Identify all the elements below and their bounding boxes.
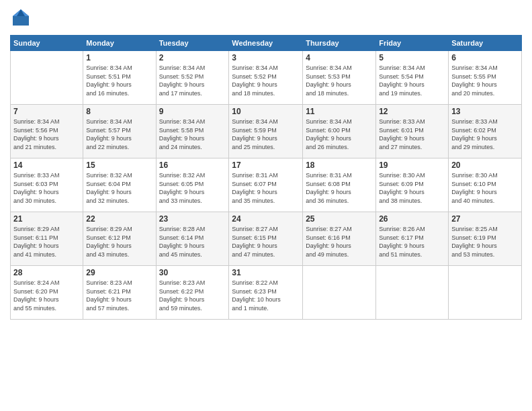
day-info: Sunrise: 8:26 AM Sunset: 6:17 PM Dayligh… (379, 225, 445, 259)
calendar-cell: 17Sunrise: 8:31 AM Sunset: 6:07 PM Dayli… (229, 158, 303, 212)
calendar-cell: 2Sunrise: 8:34 AM Sunset: 5:52 PM Daylig… (156, 51, 229, 105)
weekday-header: Sunday (11, 36, 83, 51)
logo (10, 7, 34, 31)
weekday-header: Friday (376, 36, 449, 51)
calendar-cell: 13Sunrise: 8:33 AM Sunset: 6:02 PM Dayli… (449, 105, 522, 158)
day-info: Sunrise: 8:23 AM Sunset: 6:22 PM Dayligh… (159, 279, 226, 312)
page: SundayMondayTuesdayWednesdayThursdayFrid… (0, 0, 532, 411)
calendar-cell: 9Sunrise: 8:34 AM Sunset: 5:58 PM Daylig… (156, 105, 229, 158)
day-number: 9 (159, 107, 226, 116)
calendar-week-row: 1Sunrise: 8:34 AM Sunset: 5:51 PM Daylig… (11, 51, 522, 105)
calendar-cell: 18Sunrise: 8:31 AM Sunset: 6:08 PM Dayli… (303, 158, 376, 212)
calendar-cell: 23Sunrise: 8:28 AM Sunset: 6:14 PM Dayli… (156, 212, 229, 266)
calendar-cell: 29Sunrise: 8:23 AM Sunset: 6:21 PM Dayli… (83, 266, 156, 320)
calendar-cell: 30Sunrise: 8:23 AM Sunset: 6:22 PM Dayli… (156, 266, 229, 320)
day-number: 16 (159, 161, 226, 170)
calendar-cell (11, 51, 83, 105)
day-number: 5 (379, 53, 445, 62)
day-number: 23 (159, 214, 226, 224)
day-number: 12 (379, 107, 445, 116)
day-info: Sunrise: 8:27 AM Sunset: 6:16 PM Dayligh… (306, 225, 373, 259)
day-info: Sunrise: 8:33 AM Sunset: 6:03 PM Dayligh… (13, 171, 80, 205)
calendar-cell: 8Sunrise: 8:34 AM Sunset: 5:57 PM Daylig… (83, 105, 156, 158)
day-info: Sunrise: 8:33 AM Sunset: 6:02 PM Dayligh… (451, 118, 519, 151)
day-info: Sunrise: 8:27 AM Sunset: 6:15 PM Dayligh… (232, 225, 300, 259)
day-number: 7 (13, 107, 80, 116)
header-row: SundayMondayTuesdayWednesdayThursdayFrid… (11, 36, 522, 51)
weekday-header: Thursday (303, 36, 376, 51)
weekday-header: Monday (83, 36, 156, 51)
calendar-cell: 7Sunrise: 8:34 AM Sunset: 5:56 PM Daylig… (11, 105, 83, 158)
calendar-cell: 27Sunrise: 8:25 AM Sunset: 6:19 PM Dayli… (449, 212, 522, 266)
calendar-cell (376, 266, 449, 320)
day-info: Sunrise: 8:30 AM Sunset: 6:09 PM Dayligh… (379, 171, 445, 205)
calendar-cell: 28Sunrise: 8:24 AM Sunset: 6:20 PM Dayli… (11, 266, 83, 320)
day-info: Sunrise: 8:34 AM Sunset: 5:54 PM Dayligh… (379, 64, 445, 97)
day-info: Sunrise: 8:34 AM Sunset: 5:56 PM Dayligh… (13, 118, 80, 151)
calendar-cell: 3Sunrise: 8:34 AM Sunset: 5:52 PM Daylig… (229, 51, 303, 105)
day-number: 21 (13, 214, 80, 224)
calendar-cell: 25Sunrise: 8:27 AM Sunset: 6:16 PM Dayli… (303, 212, 376, 266)
calendar-week-row: 21Sunrise: 8:29 AM Sunset: 6:11 PM Dayli… (11, 212, 522, 266)
weekday-header: Tuesday (156, 36, 229, 51)
calendar-cell: 19Sunrise: 8:30 AM Sunset: 6:09 PM Dayli… (376, 158, 449, 212)
day-info: Sunrise: 8:32 AM Sunset: 6:04 PM Dayligh… (86, 171, 152, 205)
calendar-cell: 22Sunrise: 8:29 AM Sunset: 6:12 PM Dayli… (83, 212, 156, 266)
calendar-week-row: 14Sunrise: 8:33 AM Sunset: 6:03 PM Dayli… (11, 158, 522, 212)
day-info: Sunrise: 8:34 AM Sunset: 5:52 PM Dayligh… (159, 64, 226, 97)
day-info: Sunrise: 8:33 AM Sunset: 6:01 PM Dayligh… (379, 118, 445, 151)
day-number: 19 (379, 161, 445, 170)
calendar-week-row: 7Sunrise: 8:34 AM Sunset: 5:56 PM Daylig… (11, 105, 522, 158)
day-info: Sunrise: 8:31 AM Sunset: 6:08 PM Dayligh… (306, 171, 373, 205)
day-info: Sunrise: 8:34 AM Sunset: 6:00 PM Dayligh… (306, 118, 373, 151)
day-info: Sunrise: 8:25 AM Sunset: 6:19 PM Dayligh… (451, 225, 519, 259)
calendar-cell: 21Sunrise: 8:29 AM Sunset: 6:11 PM Dayli… (11, 212, 83, 266)
day-info: Sunrise: 8:34 AM Sunset: 5:52 PM Dayligh… (232, 64, 300, 97)
calendar-cell: 12Sunrise: 8:33 AM Sunset: 6:01 PM Dayli… (376, 105, 449, 158)
day-info: Sunrise: 8:34 AM Sunset: 5:53 PM Dayligh… (306, 64, 373, 97)
calendar-table: SundayMondayTuesdayWednesdayThursdayFrid… (10, 35, 522, 320)
day-number: 13 (451, 107, 519, 116)
day-number: 4 (306, 53, 373, 62)
day-number: 20 (451, 161, 519, 170)
day-number: 1 (86, 53, 152, 62)
calendar-cell: 11Sunrise: 8:34 AM Sunset: 6:00 PM Dayli… (303, 105, 376, 158)
day-info: Sunrise: 8:30 AM Sunset: 6:10 PM Dayligh… (451, 171, 519, 205)
day-info: Sunrise: 8:32 AM Sunset: 6:05 PM Dayligh… (159, 171, 226, 205)
day-number: 18 (306, 161, 373, 170)
day-number: 26 (379, 214, 445, 224)
day-number: 28 (13, 268, 80, 277)
calendar-cell: 10Sunrise: 8:34 AM Sunset: 5:59 PM Dayli… (229, 105, 303, 158)
calendar-cell: 6Sunrise: 8:34 AM Sunset: 5:55 PM Daylig… (449, 51, 522, 105)
calendar-cell: 5Sunrise: 8:34 AM Sunset: 5:54 PM Daylig… (376, 51, 449, 105)
day-info: Sunrise: 8:29 AM Sunset: 6:11 PM Dayligh… (13, 225, 80, 259)
day-info: Sunrise: 8:31 AM Sunset: 6:07 PM Dayligh… (232, 171, 300, 205)
header (10, 7, 522, 31)
day-number: 22 (86, 214, 152, 224)
day-info: Sunrise: 8:34 AM Sunset: 5:51 PM Dayligh… (86, 64, 152, 97)
day-number: 31 (232, 268, 300, 277)
day-number: 14 (13, 161, 80, 170)
day-number: 17 (232, 161, 300, 170)
day-number: 8 (86, 107, 152, 116)
logo-icon (10, 7, 32, 28)
day-info: Sunrise: 8:34 AM Sunset: 5:59 PM Dayligh… (232, 118, 300, 151)
day-info: Sunrise: 8:28 AM Sunset: 6:14 PM Dayligh… (159, 225, 226, 259)
day-number: 30 (159, 268, 226, 277)
weekday-header: Wednesday (229, 36, 303, 51)
day-number: 15 (86, 161, 152, 170)
calendar-cell: 1Sunrise: 8:34 AM Sunset: 5:51 PM Daylig… (83, 51, 156, 105)
calendar-cell: 31Sunrise: 8:22 AM Sunset: 6:23 PM Dayli… (229, 266, 303, 320)
day-number: 25 (306, 214, 373, 224)
calendar-cell: 24Sunrise: 8:27 AM Sunset: 6:15 PM Dayli… (229, 212, 303, 266)
weekday-header: Saturday (449, 36, 522, 51)
day-info: Sunrise: 8:23 AM Sunset: 6:21 PM Dayligh… (86, 279, 152, 312)
calendar-cell: 4Sunrise: 8:34 AM Sunset: 5:53 PM Daylig… (303, 51, 376, 105)
calendar-cell (303, 266, 376, 320)
calendar-cell: 20Sunrise: 8:30 AM Sunset: 6:10 PM Dayli… (449, 158, 522, 212)
day-info: Sunrise: 8:22 AM Sunset: 6:23 PM Dayligh… (232, 279, 300, 312)
day-number: 27 (451, 214, 519, 224)
day-number: 2 (159, 53, 226, 62)
calendar-cell: 14Sunrise: 8:33 AM Sunset: 6:03 PM Dayli… (11, 158, 83, 212)
day-number: 11 (306, 107, 373, 116)
